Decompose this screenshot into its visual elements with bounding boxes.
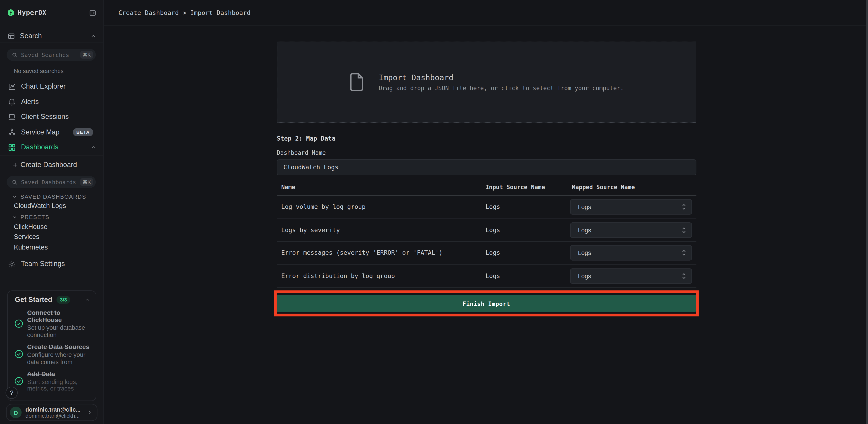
help-label: ? [10, 389, 13, 397]
shortcut-badge: ⌘K [80, 178, 93, 186]
check-circle-icon [14, 319, 23, 328]
sidebar-dashboard-cloudwatch-logs[interactable]: CloudWatch Logs [14, 201, 66, 210]
saved-dashboards-input[interactable]: Saved Dashboards ⌘K [6, 176, 96, 188]
get-started-item-add-data[interactable]: Add Data Start sending logs, metrics, or… [8, 371, 96, 392]
search-icon [11, 52, 18, 58]
beta-badge: BETA [73, 128, 93, 136]
input-source-cell: Logs [486, 226, 500, 233]
sidebar-item-label: Service Map [21, 128, 60, 136]
selected-source: Logs [578, 273, 591, 279]
mapped-source-select[interactable]: Logs [570, 268, 692, 284]
table-row: Error distribution by log group Logs Log… [277, 265, 696, 288]
user-email: dominic.tran@clickh... [26, 413, 81, 419]
divider [0, 155, 103, 155]
sidebar-item-client-sessions[interactable]: Client Sessions [8, 109, 96, 124]
user-menu[interactable]: D dominic.tran@clic... dominic.tran@clic… [6, 404, 97, 421]
column-header-input-source: Input Source Name [486, 184, 545, 190]
sidebar-item-dashboards[interactable]: Dashboards [8, 140, 96, 154]
dashboard-name-value: CloudWatch Logs [283, 164, 338, 171]
saved-searches-input[interactable]: Saved Searches ⌘K [6, 48, 96, 61]
saved-searches-placeholder: Saved Searches [21, 52, 69, 58]
get-started-item-title: Connect to ClickHouse [27, 309, 91, 324]
main-area: Create Dashboard > Import Dashboard Impo… [104, 0, 868, 424]
finish-import-button[interactable]: Finish Import [277, 295, 696, 312]
column-header-name: Name [281, 184, 295, 190]
divider [0, 42, 103, 43]
app-title: HyperDX [18, 9, 46, 17]
search-section-icon [8, 32, 15, 39]
sidebar-item-alerts[interactable]: Alerts [8, 94, 96, 109]
tree-item-label: CloudWatch Logs [14, 202, 66, 209]
avatar-initial: D [13, 409, 18, 416]
sidebar-item-team-settings[interactable]: Team Settings [8, 257, 96, 271]
get-started-title: Get Started [15, 296, 52, 304]
dashboard-name-label: Dashboard Name [277, 150, 326, 156]
service-map-icon [8, 128, 16, 136]
chart-name-cell: Error distribution by log group [281, 272, 395, 280]
import-dropzone[interactable]: Import Dashboard Drag and drop a JSON fi… [277, 41, 696, 123]
mapped-source-select[interactable]: Logs [570, 222, 692, 238]
top-bar: Create Dashboard > Import Dashboard [104, 0, 868, 26]
sidebar-item-label: Team Settings [21, 260, 65, 268]
table-row: Log volume by log group Logs Logs [277, 196, 696, 219]
breadcrumb: Create Dashboard > Import Dashboard [119, 9, 251, 16]
chevron-down-icon [12, 194, 17, 199]
chart-explorer-icon [8, 82, 16, 90]
avatar: D [10, 406, 22, 418]
check-circle-icon [14, 350, 23, 359]
sidebar-item-label: Dashboards [21, 143, 58, 151]
help-button[interactable]: ? [5, 387, 18, 399]
get-started-item-connect[interactable]: Connect to ClickHouse Set up your databa… [8, 309, 96, 338]
create-dashboard-button[interactable]: Create Dashboard [12, 159, 77, 171]
sidebar-item-label: Client Sessions [21, 113, 69, 121]
mapped-source-select[interactable]: Logs [570, 199, 692, 215]
sidebar-preset-kubernetes[interactable]: Kubernetes [14, 242, 48, 252]
laptop-icon [8, 112, 16, 121]
get-started-card: Get Started 3/3 Connect to ClickHouse Se… [7, 290, 96, 401]
tree-item-label: ClickHouse [14, 223, 48, 230]
search-section-label: Search [20, 32, 42, 40]
presets-group-label: PRESETS [21, 214, 50, 220]
get-started-item-title: Add Data [27, 371, 91, 378]
select-arrows-icon [681, 249, 686, 257]
tree-item-label: Services [14, 233, 39, 240]
get-started-header[interactable]: Get Started 3/3 [8, 291, 96, 303]
dropzone-title: Import Dashboard [379, 73, 624, 82]
table-header: Name Input Source Name Mapped Source Nam… [277, 182, 696, 195]
selected-source: Logs [578, 226, 591, 233]
sidebar-item-chart-explorer[interactable]: Chart Explorer [8, 79, 96, 94]
presets-group-toggle[interactable]: PRESETS [12, 213, 50, 222]
table-row: Error messages (severity 'ERROR' or 'FAT… [277, 242, 696, 265]
page-scrollbar[interactable] [866, 0, 868, 424]
sidebar-preset-services[interactable]: Services [14, 232, 39, 241]
column-header-mapped-source: Mapped Source Name [572, 184, 635, 190]
collapse-sidebar-icon[interactable] [89, 9, 96, 16]
input-source-cell: Logs [486, 250, 500, 257]
search-icon [11, 179, 18, 185]
no-saved-searches-text: No saved searches [14, 68, 64, 74]
dashboards-grid-icon [8, 143, 16, 152]
sidebar-section-search[interactable]: Search [8, 29, 96, 43]
logo-row: HyperDX [7, 6, 96, 20]
saved-dashboards-group-label: SAVED DASHBOARDS [21, 194, 86, 200]
dashboard-name-input[interactable]: CloudWatch Logs [277, 159, 696, 175]
sidebar-item-service-map[interactable]: Service Map BETA [8, 125, 96, 139]
saved-dashboards-group-toggle[interactable]: SAVED DASHBOARDS [12, 192, 86, 201]
select-arrows-icon [681, 272, 686, 280]
input-source-cell: Logs [486, 272, 500, 280]
chevron-up-icon [90, 144, 96, 150]
get-started-item-subtitle: Configure where your data comes from [27, 352, 91, 365]
app-root: HyperDX Search Saved Searches ⌘K [0, 0, 868, 424]
dropzone-subtitle: Drag and drop a JSON file here, or click… [379, 85, 624, 91]
sidebar-preset-clickhouse[interactable]: ClickHouse [14, 222, 48, 231]
input-source-cell: Logs [486, 203, 500, 210]
bell-icon [8, 97, 16, 106]
chart-name-cell: Log volume by log group [281, 203, 366, 210]
mapped-source-select[interactable]: Logs [570, 245, 692, 261]
check-circle-icon [14, 377, 23, 386]
chevron-up-icon [90, 33, 96, 39]
create-dashboard-label: Create Dashboard [21, 161, 77, 169]
chart-name-cell: Error messages (severity 'ERROR' or 'FAT… [281, 250, 442, 257]
get-started-item-sources[interactable]: Create Data Sources Configure where your… [8, 344, 96, 365]
selected-source: Logs [578, 250, 591, 256]
